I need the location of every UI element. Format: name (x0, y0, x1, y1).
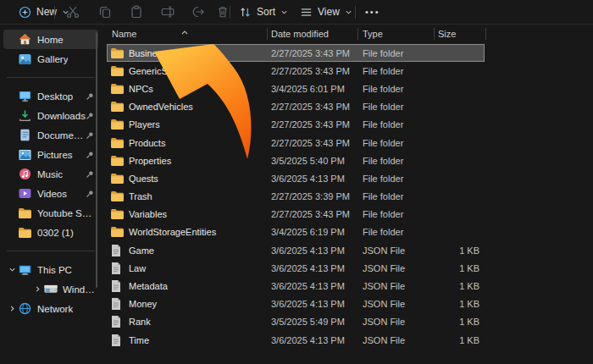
folder-icon (111, 156, 124, 166)
view-button[interactable]: View (296, 0, 356, 24)
file-name: Trash (129, 191, 152, 201)
file-row-genericsaveables[interactable]: GenericSaveables2/27/2025 3:43 PMFile fo… (107, 62, 485, 80)
file-name-cell: Products (107, 138, 271, 148)
sidebar-item-videos[interactable]: Videos (3, 184, 98, 203)
sidebar-item-label: Gallery (37, 54, 68, 64)
copy-button[interactable] (95, 0, 115, 24)
file-name: Rank (129, 317, 151, 327)
file-type: File folder (363, 102, 434, 112)
json-file-icon (111, 262, 124, 274)
file-row-rank[interactable]: Rank3/5/2025 5:49 PMJSON File1 KB (107, 313, 485, 331)
file-row-products[interactable]: Products2/27/2025 3:43 PMFile folder (107, 134, 485, 152)
paste-button[interactable] (126, 0, 147, 24)
column-separator[interactable] (357, 28, 358, 40)
file-name-cell: Rank (107, 316, 271, 328)
column-header-date[interactable]: Date modified (271, 29, 363, 39)
file-name-cell: OwnedVehicles (107, 102, 271, 112)
cut-icon (66, 5, 80, 19)
folder-icon (111, 119, 124, 130)
json-file-icon (111, 298, 124, 310)
file-name-cell: Variables (107, 209, 271, 219)
file-date: 3/6/2025 4:13 PM (271, 263, 363, 273)
sidebar-item-network[interactable]: Network (3, 299, 98, 318)
cut-button[interactable] (63, 0, 83, 24)
column-header-name-label: Name (112, 29, 136, 39)
column-separator[interactable] (485, 28, 486, 40)
sidebar-item-pictures[interactable]: Pictures (3, 145, 98, 164)
sidebar-item-youtube-shorts[interactable]: Youtube Shorts (3, 203, 98, 223)
sidebar-item-home[interactable]: Home (3, 30, 98, 49)
sidebar-items: HomeGalleryDesktopDownloadsDocumentsPict… (0, 30, 102, 318)
file-row-npcs[interactable]: NPCs3/4/2025 6:01 PMFile folder (107, 80, 485, 97)
file-row-trash[interactable]: Trash2/27/2025 3:39 PMFile folder (107, 188, 485, 206)
file-type: File folder (363, 84, 434, 94)
column-header-name[interactable]: Name (107, 29, 271, 39)
file-row-ownedvehicles[interactable]: OwnedVehicles2/27/2025 3:43 PMFile folde… (107, 98, 485, 116)
file-row-law[interactable]: Law3/6/2025 4:13 PMJSON File1 KB (107, 259, 485, 277)
file-name-cell: Quests (107, 174, 271, 184)
desktop-icon (18, 90, 32, 102)
file-name: Metadata (129, 281, 168, 291)
chevron-right-icon[interactable] (31, 285, 43, 293)
pin-icon (86, 112, 94, 120)
file-date: 2/27/2025 3:43 PM (271, 119, 363, 130)
file-size: 1 KB (434, 317, 485, 327)
paste-icon (130, 5, 143, 19)
rename-button[interactable] (158, 0, 178, 24)
file-name: Properties (129, 156, 171, 166)
this-pc-icon (18, 264, 32, 276)
file-row-worldstorageentities[interactable]: WorldStorageEntities3/4/2025 6:19 PMFile… (107, 223, 485, 241)
file-type: File folder (363, 138, 434, 148)
file-type: File folder (363, 209, 434, 219)
sidebar-item-desktop[interactable]: Desktop (3, 86, 98, 106)
file-date: 2/27/2025 3:43 PM (271, 138, 363, 148)
sidebar-item-label: Videos (37, 189, 67, 199)
column-header-size[interactable]: Size (434, 29, 485, 39)
sidebar-divider (7, 77, 95, 78)
sidebar-item-downloads[interactable]: Downloads (3, 106, 98, 125)
file-name-cell: GenericSaveables (107, 66, 271, 76)
file-row-metadata[interactable]: Metadata3/6/2025 4:13 PMJSON File1 KB (107, 277, 485, 295)
sidebar-item-documents[interactable]: Documents (3, 125, 98, 145)
column-header-type[interactable]: Type (363, 29, 434, 39)
view-button-label: View (318, 6, 340, 18)
file-size: 1 KB (434, 335, 485, 345)
sidebar-item-0302-1[interactable]: 0302 (1) (3, 223, 98, 242)
folder-icon (111, 209, 124, 219)
chevron-right-icon[interactable] (6, 305, 18, 312)
sidebar-item-music[interactable]: Music (3, 164, 98, 184)
file-size: 1 KB (434, 263, 485, 273)
folder-icon (111, 66, 124, 76)
file-name: Money (129, 299, 157, 309)
file-row-time[interactable]: Time3/6/2025 4:13 PMJSON File1 KB (107, 331, 485, 349)
toolbar-separator (355, 6, 356, 19)
sidebar-item-windows-c[interactable]: Windows (C:) (29, 279, 98, 299)
more-options-button[interactable]: ••• (362, 0, 384, 24)
file-row-businesses[interactable]: Businesses2/27/2025 3:43 PMFile folder (107, 44, 485, 62)
file-row-game[interactable]: Game3/6/2025 4:13 PMJSON File1 KB (107, 241, 485, 259)
column-separator[interactable] (434, 28, 435, 40)
file-row-quests[interactable]: Quests3/6/2025 4:13 PMFile folder (107, 169, 485, 187)
sidebar-item-gallery[interactable]: Gallery (3, 49, 98, 69)
sidebar-item-label: Youtube Shorts (37, 208, 96, 218)
file-type: File folder (363, 227, 434, 237)
folder-icon (111, 138, 124, 148)
file-name: Products (129, 138, 165, 148)
sidebar-scrollbar[interactable] (96, 32, 97, 288)
file-row-variables[interactable]: Variables2/27/2025 3:43 PMFile folder (107, 206, 485, 223)
file-row-players[interactable]: Players2/27/2025 3:43 PMFile folder (107, 116, 485, 134)
file-row-properties[interactable]: Properties3/5/2025 5:40 PMFile folder (107, 152, 485, 169)
share-button[interactable] (188, 0, 208, 24)
file-type: File folder (363, 191, 434, 201)
file-row-money[interactable]: Money3/6/2025 4:13 PMJSON File1 KB (107, 295, 485, 313)
sidebar-item-this-pc[interactable]: This PC (3, 260, 98, 279)
folder-icon (111, 48, 124, 58)
toolbar-separator (54, 6, 55, 19)
file-name-cell: Players (107, 119, 271, 130)
json-file-icon (111, 245, 124, 256)
column-separator[interactable] (267, 28, 268, 40)
chevron-down-icon[interactable] (6, 266, 18, 273)
sort-button[interactable]: Sort (236, 0, 291, 24)
file-date: 3/5/2025 5:49 PM (271, 317, 363, 327)
file-type: File folder (363, 119, 434, 130)
